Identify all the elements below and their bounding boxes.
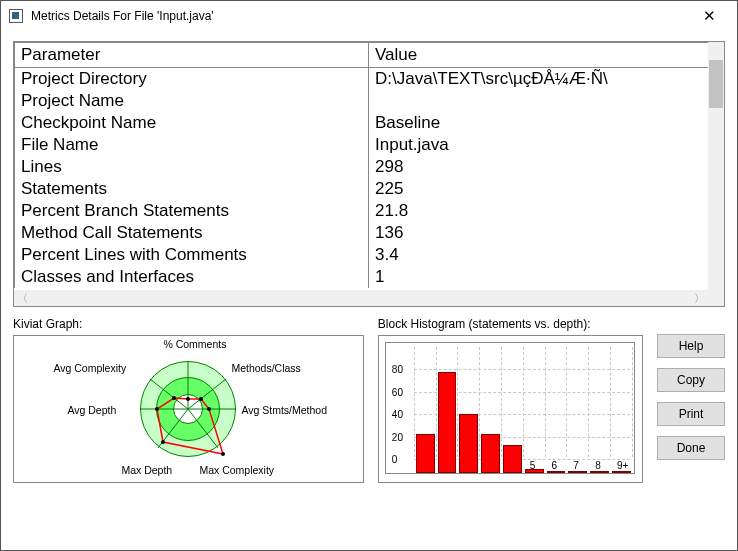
y-tick: 40 bbox=[392, 409, 403, 420]
table-row[interactable]: Checkpoint NameBaseline bbox=[15, 112, 710, 134]
bar bbox=[481, 434, 500, 473]
axis-label: Avg Depth bbox=[67, 404, 116, 416]
svg-point-9 bbox=[207, 407, 211, 411]
col-parameter[interactable]: Parameter bbox=[15, 43, 369, 68]
svg-line-1 bbox=[188, 379, 226, 409]
axis-label: Methods/Class bbox=[231, 362, 300, 374]
close-icon[interactable]: ✕ bbox=[689, 2, 729, 30]
svg-line-3 bbox=[188, 409, 218, 448]
svg-point-8 bbox=[199, 397, 203, 401]
col-value[interactable]: Value bbox=[369, 43, 710, 68]
x-tick: 9+ bbox=[617, 460, 628, 471]
table-row[interactable]: Classes and Interfaces1 bbox=[15, 266, 710, 288]
help-button[interactable]: Help bbox=[657, 334, 725, 358]
y-tick: 0 bbox=[392, 454, 398, 465]
svg-point-10 bbox=[221, 452, 225, 456]
table-row[interactable]: Percent Branch Statements21.8 bbox=[15, 200, 710, 222]
kiviat-graph: % Comments Methods/Class Avg Stmts/Metho… bbox=[13, 335, 364, 483]
metrics-table: Parameter Value Project DirectoryD:\Java… bbox=[14, 42, 710, 288]
table-row[interactable]: Project Name bbox=[15, 90, 710, 112]
copy-button[interactable]: Copy bbox=[657, 368, 725, 392]
svg-line-6 bbox=[150, 379, 188, 409]
svg-point-12 bbox=[155, 407, 159, 411]
horizontal-scrollbar[interactable]: 〈〉 bbox=[14, 290, 708, 306]
x-tick: 8 bbox=[595, 460, 601, 471]
bar bbox=[503, 445, 522, 473]
app-icon bbox=[9, 9, 23, 23]
done-button[interactable]: Done bbox=[657, 436, 725, 460]
vertical-scrollbar[interactable] bbox=[708, 42, 724, 292]
x-tick: 7 bbox=[573, 460, 579, 471]
bar bbox=[612, 471, 631, 473]
bar bbox=[525, 469, 544, 473]
table-row[interactable]: Statements225 bbox=[15, 178, 710, 200]
y-tick: 80 bbox=[392, 364, 403, 375]
svg-point-7 bbox=[186, 397, 190, 401]
table-row[interactable]: Lines298 bbox=[15, 156, 710, 178]
table-row[interactable]: Percent Lines with Comments3.4 bbox=[15, 244, 710, 266]
y-tick: 60 bbox=[392, 387, 403, 398]
axis-label: Avg Complexity bbox=[53, 362, 126, 374]
table-row[interactable]: Method Call Statements136 bbox=[15, 222, 710, 244]
bar bbox=[568, 471, 587, 473]
bar bbox=[416, 434, 435, 473]
table-row[interactable]: Project DirectoryD:\Java\TEXT\src\µçÐÅ¼Æ… bbox=[15, 68, 710, 91]
svg-point-13 bbox=[172, 396, 176, 400]
bar bbox=[438, 372, 457, 473]
y-tick: 20 bbox=[392, 432, 403, 443]
bar bbox=[459, 414, 478, 473]
svg-point-11 bbox=[161, 440, 165, 444]
print-button[interactable]: Print bbox=[657, 402, 725, 426]
table-row[interactable]: File NameInput.java bbox=[15, 134, 710, 156]
histogram-label: Block Histogram (statements vs. depth): bbox=[378, 317, 643, 331]
window-title: Metrics Details For File 'Input.java' bbox=[31, 9, 689, 23]
axis-label: Max Depth bbox=[121, 464, 172, 476]
title-bar: Metrics Details For File 'Input.java' ✕ bbox=[1, 1, 737, 31]
block-histogram: 0204060800123456789+ bbox=[378, 335, 643, 483]
axis-label: % Comments bbox=[163, 338, 226, 350]
bar bbox=[590, 471, 609, 473]
x-tick: 6 bbox=[552, 460, 558, 471]
bar bbox=[547, 471, 566, 473]
axis-label: Avg Stmts/Method bbox=[241, 404, 327, 416]
kiviat-label: Kiviat Graph: bbox=[13, 317, 364, 331]
axis-label: Max Complexity bbox=[199, 464, 274, 476]
metrics-table-wrap: Parameter Value Project DirectoryD:\Java… bbox=[13, 41, 725, 307]
